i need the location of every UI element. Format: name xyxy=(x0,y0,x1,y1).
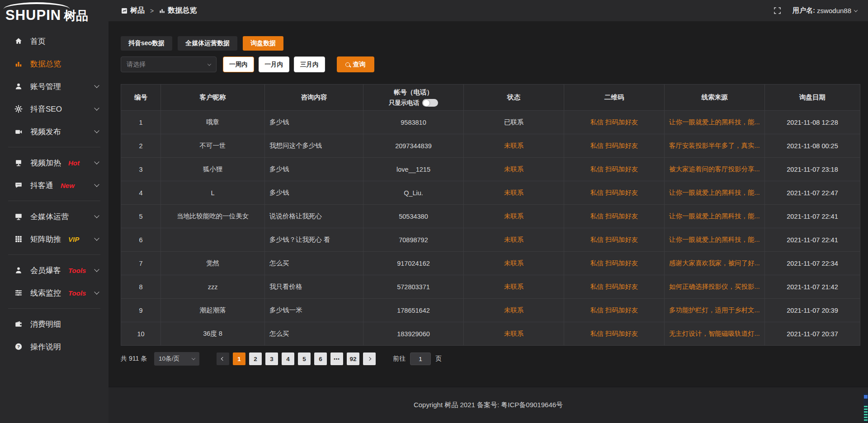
tab-1[interactable]: 抖音seo数据 xyxy=(121,36,172,51)
sidebar-item-user[interactable]: 账号管理 xyxy=(0,75,108,98)
sidebar-item-home[interactable]: 首页 xyxy=(0,30,108,52)
logo-text-cn: 树品 xyxy=(64,9,88,23)
range-button-2[interactable]: 一月内 xyxy=(259,56,290,72)
sidebar-item-wallet[interactable]: 消费明细 xyxy=(0,313,108,335)
page-size-select[interactable]: 10条/页 xyxy=(154,352,199,366)
tab-3[interactable]: 询盘数据 xyxy=(243,36,283,51)
next-page-button[interactable] xyxy=(363,352,376,365)
username-label: 用户名: xyxy=(793,6,815,15)
cell-status: 已联系 xyxy=(464,111,564,134)
breadcrumb-root[interactable]: 树品 xyxy=(130,6,145,15)
cell-qr-link[interactable]: 私信 扫码加好友 xyxy=(564,228,665,252)
cell-source-link[interactable]: 多功能护栏灯，适用于乡村文... xyxy=(665,299,765,322)
cell-source-link[interactable]: 让你一眼就爱上的黑科技，能... xyxy=(665,228,765,252)
page-button-5[interactable]: 5 xyxy=(298,352,311,365)
sidebar-item-label: 视频发布 xyxy=(30,127,61,137)
cell-source-link[interactable]: 无主灯设计，智能磁吸轨道灯... xyxy=(665,322,765,346)
header-source: 线索来源 xyxy=(665,85,765,111)
sidebar-item-chart[interactable]: 数据总览 xyxy=(0,52,108,75)
cell-qr-link[interactable]: 私信 扫码加好友 xyxy=(564,205,665,228)
user-menu[interactable]: 用户名: zswodun88 xyxy=(793,6,857,15)
range-button-3[interactable]: 三月内 xyxy=(294,56,325,72)
cell-status: 未联系 xyxy=(464,228,564,252)
cell-status: 未联系 xyxy=(464,158,564,181)
page-button-1[interactable]: 1 xyxy=(233,352,245,365)
table-row: 5 当地比较能吃的一位美女 说说价格让我死心 50534380 未联系 私信 扫… xyxy=(121,205,860,228)
cell-source-link[interactable]: 被大家追着问的客厅投影分享... xyxy=(665,158,765,181)
search-button[interactable]: 查询 xyxy=(337,56,374,72)
cell-date: 2021-11-07 22:41 xyxy=(765,205,860,228)
cell-qr-link[interactable]: 私信 扫码加好友 xyxy=(564,275,665,299)
sidebar-item-label: 视频加热 xyxy=(30,158,61,168)
cell-date: 2021-11-07 21:42 xyxy=(765,275,860,299)
sidebar-item-video[interactable]: 视频发布 xyxy=(0,120,108,143)
sidebar-item-badge: VIP xyxy=(68,235,79,243)
page-button-6[interactable]: 6 xyxy=(314,352,327,365)
cell-qr-link[interactable]: 私信 扫码加好友 xyxy=(564,181,665,205)
breadcrumb-separator: > xyxy=(150,7,154,14)
cell-qr-link[interactable]: 私信 扫码加好友 xyxy=(564,252,665,275)
cell-content: 多少钱一米 xyxy=(265,299,363,322)
phone-only-toggle[interactable] xyxy=(422,99,438,107)
range-buttons: 一周内一月内三月内 xyxy=(223,56,325,72)
sidebar-item-label: 全媒体运营 xyxy=(30,212,69,222)
filter-bar: 请选择 一周内一月内三月内 查询 xyxy=(121,56,860,72)
monitor-icon xyxy=(14,212,24,221)
sidebar-item-member[interactable]: 会员爆客 Tools xyxy=(0,259,108,282)
cell-account: 178651642 xyxy=(363,299,464,322)
chevron-down-icon xyxy=(208,62,211,66)
cell-date: 2021-11-07 20:39 xyxy=(765,299,860,322)
chevron-down-icon xyxy=(94,289,99,294)
sidebar-item-heat[interactable]: 视频加热 Hot xyxy=(0,151,108,174)
cell-qr-link[interactable]: 私信 扫码加好友 xyxy=(564,299,665,322)
sidebar-item-monitor[interactable]: 全媒体运营 xyxy=(0,205,108,228)
page-button-3[interactable]: 3 xyxy=(265,352,278,365)
app-icon xyxy=(121,8,127,14)
goto-page-input[interactable]: 1 xyxy=(410,352,431,365)
cell-qr-link[interactable]: 私信 扫码加好友 xyxy=(564,158,665,181)
brand-logo[interactable]: SHUPIN树品 xyxy=(0,0,108,26)
cell-date: 2021-11-08 00:25 xyxy=(765,134,860,158)
tab-2[interactable]: 全媒体运营数据 xyxy=(178,36,237,51)
table-row: 1 哦章 多少钱 9583810 已联系 私信 扫码加好友 让你一眼就爱上的黑科… xyxy=(121,111,860,134)
sidebar-item-chat[interactable]: 抖客通 New xyxy=(0,174,108,197)
range-button-1[interactable]: 一周内 xyxy=(223,56,254,72)
filter-select[interactable]: 请选择 xyxy=(121,56,217,72)
grid-icon xyxy=(14,235,24,243)
logo-text-en: SHUPIN xyxy=(5,7,61,23)
cell-nickname: 当地比较能吃的一位美女 xyxy=(161,205,265,228)
cell-source-link[interactable]: 让你一眼就爱上的黑科技，能... xyxy=(665,111,765,134)
cell-source-link[interactable]: 客厅安装投影半年多了，真实... xyxy=(665,134,765,158)
goto-suffix: 页 xyxy=(435,355,442,363)
chevron-left-icon xyxy=(221,357,225,361)
page-button-4[interactable]: 4 xyxy=(282,352,294,365)
cell-account: Q_Liu. xyxy=(363,181,464,205)
page-ellipsis-button[interactable]: ••• xyxy=(330,352,343,365)
fullscreen-icon[interactable] xyxy=(774,7,781,14)
cell-qr-link[interactable]: 私信 扫码加好友 xyxy=(564,134,665,158)
breadcrumb-current: 数据总览 xyxy=(168,6,197,15)
table-row: 4 L 多少钱 Q_Liu. 未联系 私信 扫码加好友 让你一眼就爱上的黑科技，… xyxy=(121,181,860,205)
sidebar-item-gear[interactable]: 抖音SEO xyxy=(0,98,108,120)
cell-account: 50534380 xyxy=(363,205,464,228)
sidebar-item-help[interactable]: ? 操作说明 xyxy=(0,335,108,358)
edge-widget[interactable] xyxy=(863,393,868,422)
cell-source-link[interactable]: 让你一眼就爱上的黑科技，能... xyxy=(665,181,765,205)
cell-qr-link[interactable]: 私信 扫码加好友 xyxy=(564,322,665,346)
cell-source-link[interactable]: 如何正确选择投影仪，买投影... xyxy=(665,275,765,299)
cell-nickname: 36度 8 xyxy=(161,322,265,346)
tab-bar: 抖音seo数据全媒体运营数据询盘数据 xyxy=(121,36,860,51)
sidebar-divider xyxy=(8,254,100,255)
cell-source-link[interactable]: 感谢大家喜欢我家，被问了好... xyxy=(665,252,765,275)
username-value: zswodun88 xyxy=(817,7,851,14)
page-button-2[interactable]: 2 xyxy=(249,352,262,365)
cell-qr-link[interactable]: 私信 扫码加好友 xyxy=(564,111,665,134)
sidebar-item-sliders[interactable]: 线索监控 Tools xyxy=(0,282,108,304)
cell-nickname: zzz xyxy=(161,275,265,299)
cell-source-link[interactable]: 让你一眼就爱上的黑科技，能... xyxy=(665,205,765,228)
page-button-92[interactable]: 92 xyxy=(347,352,359,365)
page-buttons: 123456•••92 xyxy=(229,352,359,365)
prev-page-button[interactable] xyxy=(217,352,229,365)
sidebar-item-grid[interactable]: 矩阵助推 VIP xyxy=(0,228,108,250)
inquiry-table: 编号 客户昵称 咨询内容 帐号（电话） 只显示电话 状态 二维码 线索来源 xyxy=(121,84,860,346)
